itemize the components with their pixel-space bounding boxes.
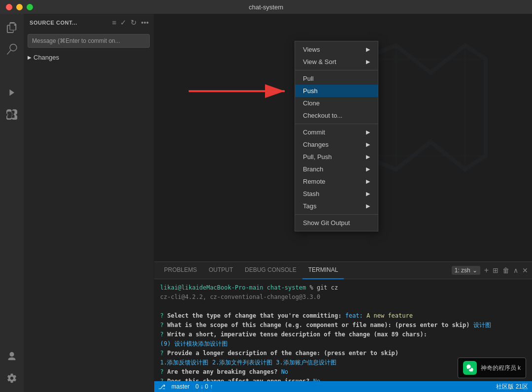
context-menu: Views ▶ View & Sort ▶ Pull Push Clone <box>295 41 378 231</box>
term-line-6: (9) 设计模块添加设计图 <box>160 339 526 348</box>
submenu-arrow-stash: ▶ <box>366 191 370 197</box>
menu-item-show-git-output[interactable]: Show Git Output <box>295 217 378 229</box>
submenu-arrow-changes: ▶ <box>366 141 370 148</box>
activity-extensions[interactable] <box>2 104 22 124</box>
status-bar-left: ⎇ master 0 ↓ 0 ↑ <box>158 383 213 391</box>
submenu-arrow-pull-push: ▶ <box>366 154 370 160</box>
menu-item-commit[interactable]: Commit ▶ <box>295 126 378 138</box>
changes-section: ▶ Changes <box>24 51 154 64</box>
menu-item-changes[interactable]: Changes ▶ <box>295 138 378 151</box>
more-actions-icon[interactable]: ••• <box>140 17 150 28</box>
submenu-arrow-tags: ▶ <box>366 203 370 209</box>
status-community: 社区版 21区 <box>496 383 528 391</box>
menu-item-views[interactable]: Views ▶ <box>295 43 378 56</box>
git-sync-status[interactable]: 0 ↓ 0 ↑ <box>196 383 213 390</box>
maximize-button[interactable] <box>27 4 33 10</box>
sidebar-title: SOURCE CONT... <box>30 20 77 26</box>
terminal-tabs: PROBLEMS OUTPUT DEBUG CONSOLE TERMINAL 1… <box>154 262 532 279</box>
add-terminal-icon[interactable]: + <box>484 266 489 275</box>
menu-item-pull-push[interactable]: Pull, Push ▶ <box>295 151 378 163</box>
menu-item-tags[interactable]: Tags ▶ <box>295 200 378 212</box>
menu-item-push[interactable]: Push <box>295 85 378 97</box>
tab-debug-console[interactable]: DEBUG CONSOLE <box>239 262 302 279</box>
separator-2 <box>295 124 378 124</box>
menu-item-stash[interactable]: Stash ▶ <box>295 188 378 200</box>
menu-item-remote[interactable]: Remote ▶ <box>295 175 378 188</box>
status-bar: ⎇ master 0 ↓ 0 ↑ 社区版 21区 <box>154 381 532 392</box>
menu-view-sort-label: View & Sort <box>303 58 366 65</box>
wechat-icon <box>463 361 477 375</box>
tab-terminal[interactable]: TERMINAL <box>302 262 344 279</box>
activity-settings[interactable] <box>2 368 22 388</box>
changes-label: Changes <box>33 54 59 61</box>
git-branch-icon: ⎇ <box>158 383 166 391</box>
menu-item-pull[interactable]: Pull <box>295 72 378 85</box>
submenu-arrow-views: ▶ <box>366 46 370 53</box>
sidebar: SOURCE CONT... ≡ ✓ ↻ ••• Message (⌘Enter… <box>24 14 154 392</box>
wechat-text: 神奇的程序员 k <box>481 364 521 372</box>
menu-item-branch[interactable]: Branch ▶ <box>295 163 378 175</box>
menu-remote-label: Remote <box>303 178 366 185</box>
changes-header[interactable]: ▶ Changes <box>24 52 154 63</box>
sidebar-header: SOURCE CONT... ≡ ✓ ↻ ••• <box>24 14 154 31</box>
close-panel-icon[interactable]: ✕ <box>522 266 528 274</box>
refresh-icon[interactable]: ↻ <box>130 17 138 28</box>
close-button[interactable] <box>6 4 12 10</box>
submenu-arrow-commit: ▶ <box>366 129 370 135</box>
menu-stash-label: Stash <box>303 190 366 197</box>
menu-push-label: Push <box>303 87 370 95</box>
term-line-3: ? Select the type of change that you're … <box>160 311 526 320</box>
menu-clone-label: Clone <box>303 99 370 107</box>
term-line-2: cz-cli@4.2.2, cz-conventional-changelog@… <box>160 293 526 301</box>
titlebar: chat-system <box>0 0 532 14</box>
submenu-arrow-branch: ▶ <box>366 166 370 172</box>
activity-explorer[interactable] <box>2 18 22 37</box>
activity-bar-bottom <box>2 347 22 392</box>
term-line-5: ? Write a short, imperative tense descri… <box>160 330 526 339</box>
term-line-1: likai@likaideMacBook-Pro-main chat-syste… <box>160 283 526 292</box>
main-layout: SOURCE CONT... ≡ ✓ ↻ ••• Message (⌘Enter… <box>0 14 532 392</box>
activity-account[interactable] <box>2 347 22 366</box>
status-bar-right: 社区版 21区 <box>496 383 528 391</box>
separator-3 <box>295 214 378 215</box>
check-icon[interactable]: ✓ <box>119 17 128 28</box>
changes-arrow-icon: ▶ <box>28 55 32 60</box>
split-terminal-icon[interactable]: ⊞ <box>493 266 499 274</box>
term-line-4: ? What is the scope of this change (e.g.… <box>160 321 526 329</box>
shell-label: 1: zsh <box>455 267 470 274</box>
menu-item-view-sort[interactable]: View & Sort ▶ <box>295 56 378 68</box>
shell-dropdown-icon: ⌄ <box>472 267 477 274</box>
wechat-badge: 神奇的程序员 k <box>458 358 526 378</box>
editor-area: Views ▶ View & Sort ▶ Pull Push Clone <box>154 14 532 392</box>
term-line-7: ? Provide a longer description of the ch… <box>160 349 526 358</box>
terminal-actions: 1: zsh ⌄ + ⊞ 🗑 ∧ ✕ <box>452 266 528 275</box>
delete-terminal-icon[interactable]: 🗑 <box>502 266 509 274</box>
menu-views-label: Views <box>303 46 366 53</box>
menu-changes-label: Changes <box>303 141 366 148</box>
activity-search[interactable] <box>2 39 22 59</box>
window-controls <box>6 4 33 10</box>
menu-item-clone[interactable]: Clone <box>295 97 378 109</box>
menu-pull-label: Pull <box>303 75 370 82</box>
maximize-panel-icon[interactable]: ∧ <box>513 266 518 274</box>
commit-input[interactable]: Message (⌘Enter to commit on... <box>28 34 150 48</box>
red-arrow <box>189 84 292 100</box>
sidebar-actions: ≡ ✓ ↻ ••• <box>111 17 150 28</box>
menu-item-checkout[interactable]: Checkout to... <box>295 109 378 122</box>
activity-source-control[interactable] <box>2 61 22 81</box>
menu-pull-push-label: Pull, Push <box>303 153 366 161</box>
terminal-shell-select[interactable]: 1: zsh ⌄ <box>452 266 480 275</box>
list-view-icon[interactable]: ≡ <box>111 17 117 28</box>
menu-commit-label: Commit <box>303 129 366 136</box>
activity-run[interactable] <box>2 83 22 102</box>
window-title: chat-system <box>249 3 283 11</box>
menu-checkout-label: Checkout to... <box>303 112 370 119</box>
tab-problems[interactable]: PROBLEMS <box>158 262 203 279</box>
minimize-button[interactable] <box>16 4 23 10</box>
separator-1 <box>295 70 378 70</box>
tab-output[interactable]: OUTPUT <box>203 262 239 279</box>
submenu-arrow-view-sort: ▶ <box>366 59 370 65</box>
git-branch-name[interactable]: master <box>171 383 190 390</box>
menu-tags-label: Tags <box>303 202 366 210</box>
term-line-blank1 <box>160 302 526 311</box>
